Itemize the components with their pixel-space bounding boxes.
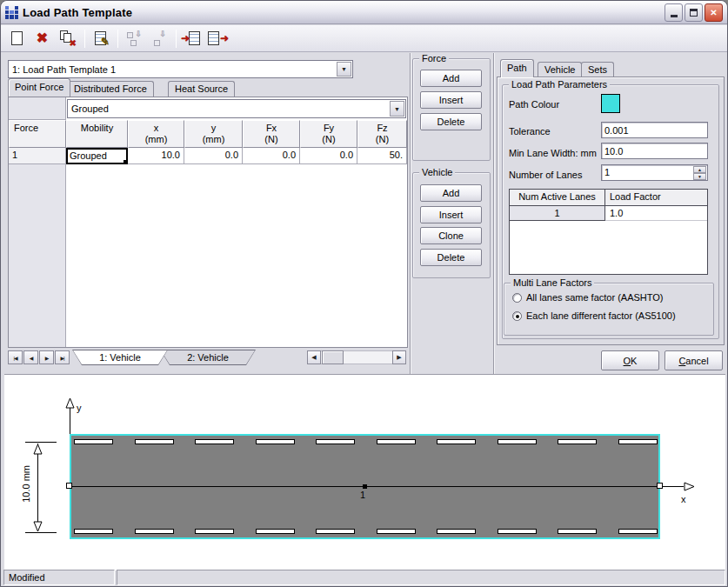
number-of-lanes-value: 1 — [604, 167, 610, 177]
lane-dash — [377, 529, 416, 534]
ok-button[interactable]: OK — [601, 350, 659, 370]
titlebar[interactable]: Load Path Template ✕ — [1, 1, 727, 24]
radio-option[interactable] — [512, 293, 522, 303]
mobility-combo[interactable]: Grouped ▼ — [67, 99, 406, 118]
col-header-fy: Fy(N) — [300, 120, 357, 148]
vehicle-delete-button[interactable]: Delete — [420, 249, 482, 266]
new-template-button[interactable] — [5, 28, 29, 50]
x-axis-line — [663, 486, 684, 487]
sheet-tab-vehicle-2[interactable]: 2: Vehicle — [160, 350, 256, 365]
maximize-button[interactable] — [685, 3, 703, 22]
force-add-button[interactable]: Add — [420, 70, 482, 87]
cancel-button[interactable]: Cancel — [665, 350, 723, 370]
edit-template-button[interactable]: ✎ — [89, 28, 112, 50]
panel-separator — [410, 53, 411, 374]
force-insert-button[interactable]: Insert — [420, 91, 482, 109]
path-colour-swatch[interactable] — [601, 94, 620, 113]
min-lane-width-input[interactable] — [601, 143, 708, 159]
lane-dash — [618, 439, 658, 444]
export-arrow-icon: ➜ — [220, 33, 229, 43]
export-button[interactable]: ➜ — [205, 28, 229, 50]
status-text: Modified — [9, 572, 45, 583]
nav-next-button[interactable]: ▶ — [39, 350, 54, 364]
tolerance-input[interactable] — [601, 122, 708, 138]
delete-all-button[interactable]: ✖ — [56, 28, 79, 50]
template-select[interactable]: 1: Load Path Template 1 ▼ — [8, 60, 353, 78]
cell-fz[interactable]: 50. — [357, 148, 407, 164]
lanes-col-header: Num Active Lanes — [510, 190, 605, 206]
close-button[interactable]: ✕ — [705, 3, 723, 22]
lane-dash — [256, 439, 295, 444]
load-factor-col-header: Load Factor — [605, 190, 707, 206]
lane-dash — [316, 529, 355, 534]
delete-icon: ✖ — [37, 31, 48, 45]
tab-path[interactable]: Path — [500, 59, 534, 77]
nav-last-button[interactable]: ▶| — [55, 350, 70, 364]
scrollbar-thumb[interactable] — [322, 350, 344, 364]
lanes-cell-factor[interactable]: 1.0 — [605, 206, 707, 221]
radio-row-aashto[interactable]: All lanes same factor (AASHTO) — [512, 292, 664, 303]
cell-fx[interactable]: 0.0 — [243, 148, 300, 164]
radio-option[interactable] — [512, 311, 522, 321]
force-delete-button[interactable]: Delete — [420, 113, 482, 130]
spin-down-icon[interactable]: ▼ — [693, 173, 706, 180]
number-of-lanes-input[interactable]: 1 ▲ ▼ — [601, 164, 708, 181]
spin-up-icon[interactable]: ▲ — [693, 166, 706, 173]
toolbar-separator — [117, 30, 118, 48]
vehicle-add-button[interactable]: Add — [420, 184, 482, 202]
cell-y[interactable]: 0.0 — [184, 148, 243, 164]
cell-mobility[interactable]: Grouped — [66, 148, 128, 164]
min-lane-width-label: Min Lane Width: mm — [509, 148, 597, 158]
tab-heat-source[interactable]: Heat Source — [168, 81, 235, 97]
lane-dash — [437, 529, 476, 534]
copy-down-button-disabled: ⇩ — [122, 28, 145, 50]
lane-dash — [195, 529, 234, 534]
x-axis-label: x — [681, 494, 686, 504]
close-icon: ✕ — [710, 8, 717, 17]
chevron-down-icon[interactable]: ▼ — [337, 62, 351, 77]
nav-prev-button[interactable]: ◀ — [23, 350, 38, 364]
tab-sets[interactable]: Sets — [581, 62, 614, 77]
vehicle-clone-button[interactable]: Clone — [420, 227, 482, 244]
scroll-left-button[interactable]: ◀ — [307, 350, 321, 364]
load-path-preview: y 1 x 10.0 mm — [4, 374, 725, 570]
load-path-parameters-title: Load Path Parameters — [509, 79, 610, 90]
lane-dash — [74, 529, 113, 534]
sheet-tab-vehicle-1[interactable]: 1: Vehicle — [72, 350, 168, 365]
delete-button[interactable]: ✖ — [30, 28, 54, 50]
cell-x[interactable]: 10.0 — [128, 148, 184, 164]
col-header-fx: Fx(N) — [243, 120, 300, 148]
tab-vehicle[interactable]: Vehicle — [538, 62, 582, 77]
lanes-cell-num[interactable]: 1 — [510, 206, 605, 221]
path-point-label: 1 — [360, 490, 365, 500]
minimize-button[interactable] — [665, 3, 683, 22]
lane-dash — [558, 529, 597, 534]
import-button[interactable]: ➜ — [180, 28, 204, 50]
lane-dash — [256, 529, 295, 534]
nav-first-button[interactable]: |◀ — [8, 350, 23, 364]
cell-icon — [127, 32, 133, 38]
radio-label-as5100: Each lane different factor (AS5100) — [526, 310, 676, 321]
lane-dash — [437, 439, 476, 444]
lane-dash — [74, 439, 113, 444]
radio-row-as5100[interactable]: Each lane different factor (AS5100) — [512, 310, 676, 321]
window-title: Load Path Template — [23, 6, 132, 19]
dimension-arrow-up-icon — [33, 444, 43, 455]
lanes-table: Num Active Lanes Load Factor 1 1.0 — [509, 189, 708, 275]
tab-point-force[interactable]: Point Force — [8, 78, 70, 97]
vehicle-group-title: Vehicle — [419, 167, 455, 177]
number-of-lanes-label: Number of Lanes — [509, 170, 582, 180]
cell-fy[interactable]: 0.0 — [300, 148, 357, 164]
pencil-icon: ✎ — [101, 37, 110, 47]
chevron-down-icon[interactable]: ▼ — [390, 101, 404, 117]
vehicle-insert-button[interactable]: Insert — [420, 206, 482, 223]
force-group-title: Force — [419, 53, 449, 63]
status-pane-left: Modified — [3, 570, 115, 585]
scroll-right-button[interactable]: ▶ — [392, 350, 406, 364]
path-point-marker — [363, 484, 367, 489]
grid-corner-cell — [9, 97, 66, 120]
row-header-1[interactable]: 1 — [9, 148, 66, 164]
dimension-arrow-down-icon — [33, 521, 43, 532]
import-page-icon — [189, 31, 200, 45]
tab-distributed-force[interactable]: Distributed Force — [67, 81, 154, 97]
